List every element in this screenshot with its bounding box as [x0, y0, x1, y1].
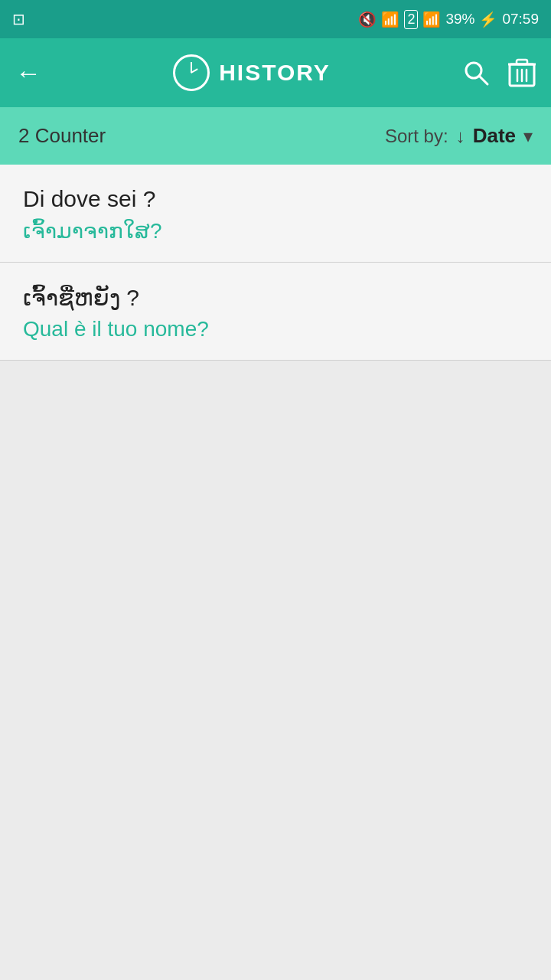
list-item-primary-1: ເຈົ້າຊື່ຫຍັງ ?: [23, 284, 528, 311]
back-button[interactable]: ←: [15, 58, 41, 88]
app-bar-actions: [462, 57, 536, 89]
signal-icon: 📶: [422, 11, 441, 28]
battery-icon: ⚡: [479, 11, 497, 28]
sort-section[interactable]: Sort by: ↓ Date ▾: [385, 124, 533, 148]
svg-rect-4: [517, 60, 527, 64]
sort-value: Date: [473, 124, 516, 148]
clock-icon: [173, 54, 210, 91]
battery-text: 39%: [445, 11, 474, 28]
photo-icon: ⊡: [12, 10, 25, 28]
app-bar-center: HISTORY: [173, 54, 331, 91]
search-button[interactable]: [462, 59, 490, 87]
status-bar: ⊡ 🔇 📶 2 📶 39% ⚡ 07:59: [0, 0, 551, 38]
list-item-secondary-1: Qual è il tuo nome?: [23, 317, 528, 341]
list-item-primary-0: Di dove sei ?: [23, 186, 528, 212]
svg-line-1: [479, 76, 487, 84]
list-item[interactable]: Di dove sei ? ເຈົ້າມາຈາກໃສ?: [0, 165, 551, 263]
time-display: 07:59: [502, 11, 539, 28]
list-item[interactable]: ເຈົ້າຊື່ຫຍັງ ? Qual è il tuo nome?: [0, 263, 551, 361]
sort-dropdown-icon[interactable]: ▾: [523, 126, 533, 147]
status-left: ⊡: [12, 10, 25, 28]
list-item-secondary-0: ເຈົ້າມາຈາກໃສ?: [23, 218, 528, 243]
wifi-icon: 📶: [381, 11, 399, 28]
status-right: 🔇 📶 2 📶 39% ⚡ 07:59: [358, 10, 539, 29]
sort-direction-icon: ↓: [456, 126, 465, 147]
app-bar: ← HISTORY: [0, 38, 551, 107]
sort-by-label: Sort by:: [385, 126, 448, 147]
delete-button[interactable]: [508, 57, 536, 89]
mute-icon: 🔇: [358, 11, 377, 28]
sub-header: 2 Counter Sort by: ↓ Date ▾: [0, 107, 551, 165]
counter-label: 2 Counter: [18, 124, 106, 148]
history-list: Di dove sei ? ເຈົ້າມາຈາກໃສ? ເຈົ້າຊື່ຫຍັງ…: [0, 165, 551, 980]
app-bar-title: HISTORY: [219, 60, 331, 86]
sim2-icon: 2: [404, 10, 418, 29]
